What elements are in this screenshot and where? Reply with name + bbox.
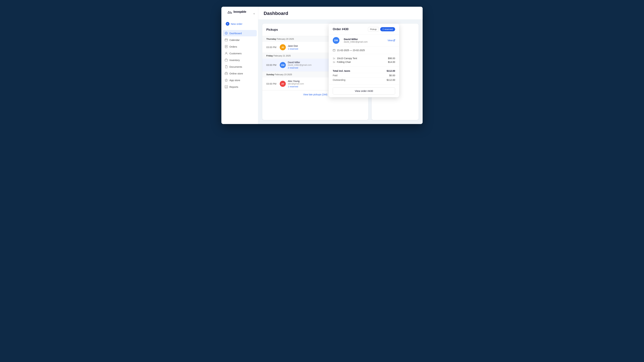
- date-day-sun: Sunday: [266, 73, 274, 76]
- main-content: Dashboard Pickups Run re: [258, 7, 422, 124]
- content-area: Pickups Run re Thursday Februar: [258, 19, 422, 124]
- customer-info: David Miller david_miller@gmail.com: [344, 38, 388, 43]
- documents-icon: [225, 65, 228, 68]
- page-header: Dashboard: [258, 7, 422, 19]
- order-customer-avatar: DM: [333, 37, 340, 44]
- new-order-label: New order: [231, 22, 242, 25]
- collapse-sidebar-button[interactable]: «: [253, 11, 256, 15]
- plus-icon: +: [226, 22, 230, 26]
- sidebar-item-inventory-label: Inventory: [230, 59, 240, 61]
- reports-icon: [225, 85, 228, 88]
- date-rest-thu: February 20 2025: [277, 38, 294, 40]
- page-title: Dashboard: [264, 11, 417, 16]
- sidebar: booqable « + New order Dashboard: [221, 7, 258, 124]
- sidebar-item-calendar-label: Calendar: [230, 38, 240, 41]
- orders-icon: [225, 45, 228, 48]
- pickup-time-alex: 03:00 PM: [266, 82, 280, 85]
- sidebar-item-online-store[interactable]: Online store: [223, 70, 257, 77]
- total-incl-label: Total incl. taxes: [333, 69, 350, 72]
- date-rest-fri: February 21 2025: [274, 54, 291, 57]
- svg-rect-22: [333, 49, 335, 51]
- sidebar-item-calendar[interactable]: Calendar: [223, 37, 257, 43]
- calendar-icon: [225, 38, 228, 41]
- sidebar-item-online-store-label: Online store: [230, 72, 243, 75]
- sidebar-header: booqable «: [221, 10, 258, 20]
- paid-label: Paid: [333, 74, 338, 77]
- sidebar-item-orders-label: Orders: [230, 45, 237, 48]
- avatar-alex: AY: [280, 81, 286, 87]
- sidebar-item-documents[interactable]: Documents: [223, 63, 257, 70]
- customer-name: David Miller: [344, 38, 388, 40]
- sidebar-item-documents-label: Documents: [230, 65, 242, 68]
- order-badges: Pickup 2 reserved: [368, 27, 395, 31]
- customers-icon: [225, 52, 228, 55]
- date-day-thu: Thursday: [266, 38, 276, 40]
- svg-point-10: [226, 52, 227, 53]
- dashboard-icon: [225, 32, 228, 35]
- order-popup: Order #430 Pickup 2 reserved DM David Mi…: [329, 24, 399, 97]
- badge-reserved: 2 reserved: [380, 27, 395, 31]
- customer-email: david_miller@gmail.com: [344, 40, 388, 43]
- order-item-canopy: 1x 10x10 Canopy Tent $98.00: [333, 56, 395, 60]
- inventory-icon: [225, 58, 228, 61]
- order-totals: Total incl. taxes $112.00 Paid $0.00 Out…: [329, 66, 399, 85]
- svg-point-1: [226, 33, 226, 33]
- order-item-canopy-price: $98.00: [388, 57, 395, 60]
- view-order-button[interactable]: View order #430: [333, 87, 395, 94]
- outstanding-value: $112.00: [386, 79, 395, 81]
- external-link-icon: [393, 39, 395, 41]
- new-order-button[interactable]: + New order: [224, 20, 256, 27]
- logo-icon: [228, 10, 232, 13]
- outstanding-label: Outstanding: [333, 79, 346, 81]
- avatar-david: DM: [280, 62, 286, 68]
- online-store-icon: [225, 72, 228, 75]
- logo: booqable: [224, 10, 250, 17]
- order-items: 1x 10x10 Canopy Tent $98.00 1x Folding C…: [329, 54, 399, 66]
- order-item-chair: 1x Folding Chair $14.00: [333, 60, 395, 64]
- sidebar-item-app-store-label: App store: [230, 79, 240, 82]
- pickups-title: Pickups: [266, 28, 278, 31]
- order-customer: DM David Miller david_miller@gmail.com V…: [329, 34, 399, 46]
- total-incl-taxes-row: Total incl. taxes $112.00: [333, 69, 395, 73]
- order-date-range: 21-02-2025 — 23-02-2025: [337, 49, 365, 52]
- total-incl-value: $112.00: [386, 69, 395, 72]
- sidebar-nav: Dashboard Calendar: [221, 30, 258, 90]
- sidebar-item-customers-label: Customers: [230, 52, 242, 55]
- svg-rect-2: [225, 39, 228, 41]
- sidebar-item-customers[interactable]: Customers: [223, 50, 257, 56]
- app-store-icon: [225, 79, 228, 82]
- order-action: View order #430: [329, 85, 399, 97]
- avatar-jane: JD: [280, 44, 286, 50]
- order-dates: 21-02-2025 — 23-02-2025: [329, 46, 399, 54]
- sidebar-item-inventory[interactable]: Inventory: [223, 57, 257, 63]
- pickup-time-jane: 03:00 PM: [266, 46, 280, 49]
- app-window: booqable « + New order Dashboard: [221, 7, 422, 124]
- sidebar-item-reports-label: Reports: [230, 85, 238, 88]
- sidebar-item-dashboard-label: Dashboard: [230, 32, 242, 35]
- view-customer-link[interactable]: View: [388, 39, 395, 42]
- pickup-time-david: 03:00 PM: [266, 64, 280, 66]
- logo-text: booqable: [234, 10, 246, 13]
- paid-row: Paid $0.00: [333, 73, 395, 78]
- badge-pickup: Pickup: [368, 27, 379, 31]
- sidebar-item-app-store[interactable]: App store: [223, 77, 257, 83]
- sidebar-item-dashboard[interactable]: Dashboard: [223, 30, 257, 36]
- calendar-dates-icon: [333, 49, 336, 52]
- outstanding-row: Outstanding $112.00: [333, 78, 395, 82]
- order-number: Order #430: [333, 27, 348, 31]
- svg-rect-11: [225, 59, 228, 61]
- order-item-chair-price: $14.00: [388, 61, 395, 63]
- svg-rect-12: [225, 73, 228, 75]
- order-popup-header: Order #430 Pickup 2 reserved: [329, 24, 399, 34]
- paid-value: $0.00: [389, 74, 395, 77]
- chevron-left-icon: «: [254, 12, 255, 15]
- date-day-fri: Friday: [266, 54, 273, 57]
- sidebar-item-reports[interactable]: Reports: [223, 84, 257, 90]
- sidebar-item-orders[interactable]: Orders: [223, 43, 257, 50]
- date-rest-sun: February 23 2025: [275, 73, 292, 76]
